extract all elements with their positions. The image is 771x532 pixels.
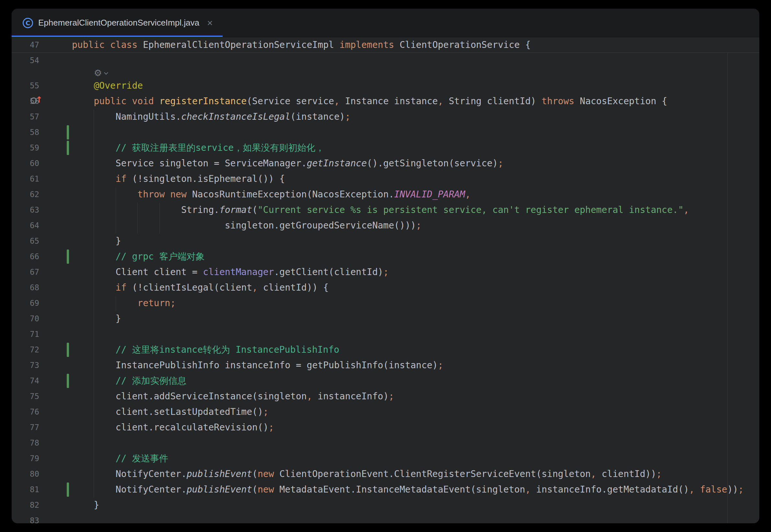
- code-text[interactable]: client.addServiceInstance(singleton, ins…: [72, 389, 394, 404]
- gutter[interactable]: 83: [12, 513, 72, 523]
- sticky-code-text[interactable]: public class EphemeralClientOperationSer…: [72, 37, 531, 52]
- sticky-class-declaration-row[interactable]: 47 public class EphemeralClientOperation…: [12, 37, 759, 53]
- gutter[interactable]: 78: [12, 435, 72, 451]
- code-text[interactable]: client.recalculateRevision();: [72, 420, 274, 435]
- code-text[interactable]: String.format("Current service %s is per…: [72, 202, 689, 218]
- gutter[interactable]: 62: [12, 187, 72, 202]
- vcs-change-marker[interactable]: [67, 249, 69, 264]
- code-text[interactable]: }: [72, 233, 121, 249]
- code-text[interactable]: throw new NacosRuntimeException(NacosExc…: [72, 187, 471, 202]
- settings-gear-icon[interactable]: ⚙: [94, 68, 102, 78]
- vcs-change-marker[interactable]: [67, 374, 69, 388]
- line-number[interactable]: 65: [12, 233, 39, 249]
- overrides-method-gutter-icon[interactable]: ↑: [30, 95, 43, 107]
- vcs-change-marker[interactable]: [67, 141, 69, 155]
- code-text[interactable]: client.setLastUpdatedTime();: [72, 404, 269, 420]
- code-text[interactable]: if (!clientIsLegal(client, clientId)) {: [72, 280, 329, 295]
- gutter[interactable]: 72: [12, 342, 72, 358]
- tab-close-icon[interactable]: ×: [207, 18, 213, 28]
- line-number[interactable]: 80: [12, 466, 39, 482]
- code-text[interactable]: public void registerInstance(Service ser…: [72, 94, 667, 109]
- line-number[interactable]: 75: [12, 389, 39, 404]
- code-text[interactable]: // grpc 客户端对象: [72, 249, 205, 264]
- line-number[interactable]: 79: [12, 451, 39, 466]
- vcs-change-marker[interactable]: [67, 482, 69, 497]
- line-number[interactable]: 73: [12, 358, 39, 373]
- gutter[interactable]: 54: [12, 53, 72, 68]
- line-number[interactable]: 55: [12, 78, 39, 94]
- gutter[interactable]: 75: [12, 389, 72, 404]
- code-text[interactable]: // 添加实例信息: [72, 373, 186, 389]
- gutter[interactable]: 81: [12, 482, 72, 497]
- gutter[interactable]: 67: [12, 264, 72, 280]
- code-text[interactable]: NamingUtils.checkInstanceIsLegal(instanc…: [72, 109, 351, 125]
- line-number[interactable]: 66: [12, 249, 39, 264]
- code-text[interactable]: }: [72, 497, 99, 513]
- editor-tab[interactable]: C EphemeralClientOperationServiceImpl.ja…: [12, 9, 223, 37]
- code-text[interactable]: // 这里将instance转化为 InstancePublishInfo: [72, 342, 339, 358]
- line-number[interactable]: 58: [12, 125, 39, 140]
- gutter[interactable]: 70: [12, 311, 72, 327]
- gutter[interactable]: 58: [12, 125, 72, 140]
- line-number[interactable]: 63: [12, 202, 39, 218]
- code-editor[interactable]: 54⚙55 @Override56↑ public void registerI…: [12, 53, 759, 523]
- line-number[interactable]: 72: [12, 342, 39, 358]
- gutter[interactable]: 61: [12, 171, 72, 187]
- gutter[interactable]: 65: [12, 233, 72, 249]
- gutter[interactable]: 56↑: [12, 94, 72, 109]
- code-text[interactable]: NotifyCenter.publishEvent(new MetadataEv…: [72, 482, 744, 497]
- code-text[interactable]: return;: [72, 295, 175, 311]
- line-number[interactable]: 82: [12, 497, 39, 513]
- line-number[interactable]: 69: [12, 295, 39, 311]
- line-number[interactable]: 61: [12, 171, 39, 187]
- gutter[interactable]: 73: [12, 358, 72, 373]
- vcs-change-marker[interactable]: [67, 125, 69, 139]
- line-number[interactable]: 59: [12, 140, 39, 156]
- line-number[interactable]: 67: [12, 264, 39, 280]
- code-text[interactable]: // 获取注册表里的service，如果没有则初始化，: [72, 140, 324, 156]
- gutter[interactable]: 71: [12, 327, 72, 342]
- line-number[interactable]: 60: [12, 156, 39, 171]
- line-number[interactable]: 70: [12, 311, 39, 327]
- gutter[interactable]: 76: [12, 404, 72, 420]
- code-text[interactable]: NotifyCenter.publishEvent(new ClientOper…: [72, 466, 662, 482]
- gutter[interactable]: 74: [12, 373, 72, 389]
- vcs-change-marker[interactable]: [67, 343, 69, 357]
- line-number[interactable]: 62: [12, 187, 39, 202]
- line-number[interactable]: 83: [12, 513, 39, 523]
- line-number[interactable]: 57: [12, 109, 39, 125]
- gutter[interactable]: 80: [12, 466, 72, 482]
- gutter[interactable]: 82: [12, 497, 72, 513]
- line-number[interactable]: 64: [12, 218, 39, 233]
- code-text[interactable]: }: [72, 311, 121, 327]
- code-text[interactable]: Service singleton = ServiceManager.getIn…: [72, 156, 503, 171]
- code-text[interactable]: Client client = clientManager.getClient(…: [72, 264, 389, 280]
- line-number[interactable]: 77: [12, 420, 39, 435]
- gutter[interactable]: 66: [12, 249, 72, 264]
- code-text[interactable]: // 发送事件: [72, 451, 168, 466]
- code-text[interactable]: singleton.getGroupedServiceName()));: [72, 218, 421, 233]
- gutter[interactable]: 69: [12, 295, 72, 311]
- line-number[interactable]: 81: [12, 482, 39, 497]
- gutter[interactable]: 55: [12, 78, 72, 94]
- line-number[interactable]: 78: [12, 435, 39, 451]
- gutter[interactable]: 79: [12, 451, 72, 466]
- gutter[interactable]: 64: [12, 218, 72, 233]
- line-number[interactable]: 76: [12, 404, 39, 420]
- inlay-content[interactable]: ⚙: [72, 68, 107, 78]
- gutter[interactable]: 57: [12, 109, 72, 125]
- gutter[interactable]: 59: [12, 140, 72, 156]
- line-number[interactable]: 68: [12, 280, 39, 295]
- gutter[interactable]: 63: [12, 202, 72, 218]
- line-number[interactable]: 74: [12, 373, 39, 389]
- gutter[interactable]: [12, 68, 72, 78]
- gutter[interactable]: 68: [12, 280, 72, 295]
- line-number[interactable]: 54: [12, 53, 39, 68]
- gutter[interactable]: 77: [12, 420, 72, 435]
- line-number[interactable]: 47: [12, 37, 39, 53]
- code-text[interactable]: if (!singleton.isEphemeral()) {: [72, 171, 285, 187]
- code-text[interactable]: InstancePublishInfo instanceInfo = getPu…: [72, 358, 443, 373]
- gutter[interactable]: 60: [12, 156, 72, 171]
- code-text[interactable]: @Override: [72, 78, 143, 94]
- line-number[interactable]: 71: [12, 327, 39, 342]
